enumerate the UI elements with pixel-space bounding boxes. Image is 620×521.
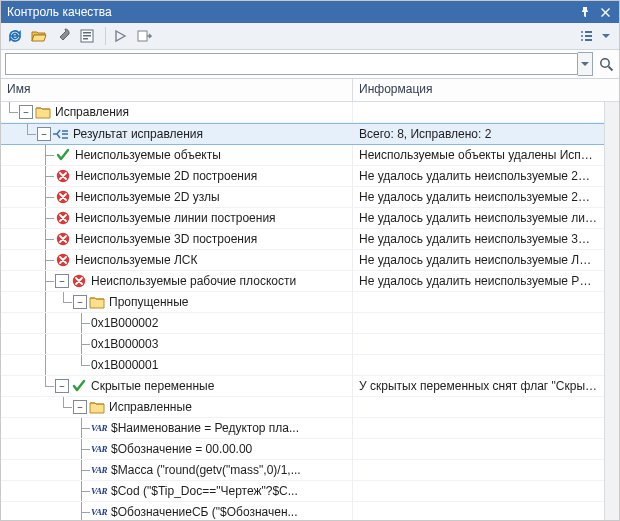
tree-row[interactable]: VAR$Cod ("$Tip_Doc=="Чертеж"?$C...: [1, 481, 604, 502]
tree-item-label: 0x1B000001: [91, 358, 158, 372]
tree-item-label: Исправления: [55, 105, 129, 119]
panel-title: Контроль качества: [7, 5, 573, 19]
tree-row[interactable]: −Скрытые переменныеУ скрытых переменных …: [1, 376, 604, 397]
error-icon: [71, 273, 87, 289]
tree-item-info: Не удалось удалить неиспользуемые 3D п..…: [353, 232, 604, 246]
svg-rect-3: [83, 38, 88, 40]
tree-item-label: Неиспользуемые объекты: [75, 148, 221, 162]
folder-icon: [89, 294, 105, 310]
tree-item-label: Результат исправления: [73, 127, 203, 141]
open-folder-icon[interactable]: [29, 26, 49, 46]
tree-row[interactable]: Неиспользуемые 3D построенияНе удалось у…: [1, 229, 604, 250]
filter-input[interactable]: [5, 53, 578, 75]
chevron-down-icon[interactable]: [601, 26, 611, 46]
grid-header: Имя Информация: [1, 79, 619, 102]
tree-item-label: 0x1B000002: [91, 316, 158, 330]
svg-rect-8: [585, 35, 592, 37]
tree-row[interactable]: Неиспользуемые линии построенияНе удалос…: [1, 208, 604, 229]
svg-rect-6: [585, 31, 592, 33]
filter-bar: [1, 50, 619, 79]
tree-item-label: Неиспользуемые 2D построения: [75, 169, 257, 183]
tree-item-label: Неиспользуемые 2D узлы: [75, 190, 220, 204]
run-icon[interactable]: [110, 26, 130, 46]
folder-icon: [35, 104, 51, 120]
pin-icon[interactable]: [577, 4, 593, 20]
error-icon: [55, 189, 71, 205]
refresh-icon[interactable]: [5, 26, 25, 46]
svg-point-7: [581, 35, 583, 37]
tree-row[interactable]: Неиспользуемые 2D построенияНе удалось у…: [1, 166, 604, 187]
folder-icon: [89, 399, 105, 415]
var-icon: VAR: [91, 483, 107, 499]
var-icon: VAR: [91, 462, 107, 478]
error-icon: [55, 252, 71, 268]
svg-rect-1: [83, 32, 91, 34]
expander-icon[interactable]: −: [55, 274, 69, 288]
svg-rect-4: [138, 31, 147, 41]
filter-dropdown-icon[interactable]: [578, 52, 593, 76]
column-header-name[interactable]: Имя: [1, 79, 353, 101]
tree-item-info: Всего: 8, Исправлено: 2: [353, 127, 604, 141]
tree-item-info: У скрытых переменных снят флаг "Скрыт...: [353, 379, 604, 393]
apply-icon[interactable]: [134, 26, 154, 46]
tree-item-label: Неиспользуемые ЛСК: [75, 253, 198, 267]
scrollbar[interactable]: [604, 102, 619, 520]
tree-row[interactable]: VAR$Обозначение = 00.00.00: [1, 439, 604, 460]
tree-item-label: Неиспользуемые линии построения: [75, 211, 276, 225]
tree-row[interactable]: −Исправленные: [1, 397, 604, 418]
tree-item-info: Не удалось удалить неиспользуемые 2D у..…: [353, 190, 604, 204]
tree-item-label: $Обозначение = 00.00.00: [111, 442, 252, 456]
column-header-info[interactable]: Информация: [353, 79, 619, 101]
var-icon: VAR: [91, 441, 107, 457]
tree-item-info: Не удалось удалить неиспользуемые ЛСК ..…: [353, 253, 604, 267]
svg-point-9: [581, 39, 583, 41]
tree-item-label: 0x1B000003: [91, 337, 158, 351]
tree-item-label: Исправленные: [109, 400, 192, 414]
wrench-icon[interactable]: [53, 26, 73, 46]
error-icon: [55, 210, 71, 226]
tree-row[interactable]: −Исправления: [1, 102, 604, 123]
tree-item-info: Не удалось удалить неиспользуемые лин...: [353, 211, 604, 225]
expander-icon[interactable]: −: [19, 105, 33, 119]
tree-item-info: Не удалось удалить неиспользуемые 2D п..…: [353, 169, 604, 183]
tree-row[interactable]: VAR$Наименование = Редуктор пла...: [1, 418, 604, 439]
tree-item-label: $ОбозначениеСБ ("$Обозначен...: [111, 505, 298, 519]
tree-row[interactable]: 0x1B000003: [1, 334, 604, 355]
tree-item-label: $Cod ("$Tip_Doc=="Чертеж"?$C...: [111, 484, 298, 498]
error-icon: [55, 168, 71, 184]
tree-item-label: Скрытые переменные: [91, 379, 214, 393]
tree-item-label: Неиспользуемые рабочие плоскости: [91, 274, 296, 288]
tree-row[interactable]: Неиспользуемые объектыНеиспользуемые объ…: [1, 145, 604, 166]
separator-icon: [105, 27, 106, 45]
tree-body[interactable]: −Исправления−Результат исправленияВсего:…: [1, 102, 604, 520]
expander-icon[interactable]: −: [73, 295, 87, 309]
tree-item-label: $Наименование = Редуктор пла...: [111, 421, 299, 435]
tree-row[interactable]: 0x1B000001: [1, 355, 604, 376]
svg-rect-10: [585, 39, 592, 41]
tree-row[interactable]: Неиспользуемые 2D узлыНе удалось удалить…: [1, 187, 604, 208]
svg-rect-2: [83, 35, 91, 37]
tree-row[interactable]: 0x1B000002: [1, 313, 604, 334]
tree-row[interactable]: Неиспользуемые ЛСКНе удалось удалить неи…: [1, 250, 604, 271]
tree-row[interactable]: −Результат исправленияВсего: 8, Исправле…: [1, 123, 604, 145]
list-mode-icon[interactable]: [577, 26, 597, 46]
tree-item-label: Неиспользуемые 3D построения: [75, 232, 257, 246]
tree-row[interactable]: VAR$Масса ("round(getv("mass",0)/1,...: [1, 460, 604, 481]
svg-point-5: [581, 31, 583, 33]
search-icon[interactable]: [597, 55, 615, 73]
tree-row[interactable]: −Неиспользуемые рабочие плоскостиНе удал…: [1, 271, 604, 292]
tree-row[interactable]: −Пропущенные: [1, 292, 604, 313]
properties-icon[interactable]: [77, 26, 97, 46]
expander-icon[interactable]: −: [73, 400, 87, 414]
toolbar: [1, 23, 619, 50]
error-icon: [55, 231, 71, 247]
titlebar: Контроль качества: [1, 1, 619, 23]
tree-row[interactable]: VAR$ОбозначениеСБ ("$Обозначен...: [1, 502, 604, 520]
svg-point-11: [600, 58, 608, 66]
expander-icon[interactable]: −: [37, 127, 51, 141]
check-icon: [55, 147, 71, 163]
close-icon[interactable]: [597, 4, 613, 20]
expander-icon[interactable]: −: [55, 379, 69, 393]
var-icon: VAR: [91, 420, 107, 436]
check-icon: [71, 378, 87, 394]
